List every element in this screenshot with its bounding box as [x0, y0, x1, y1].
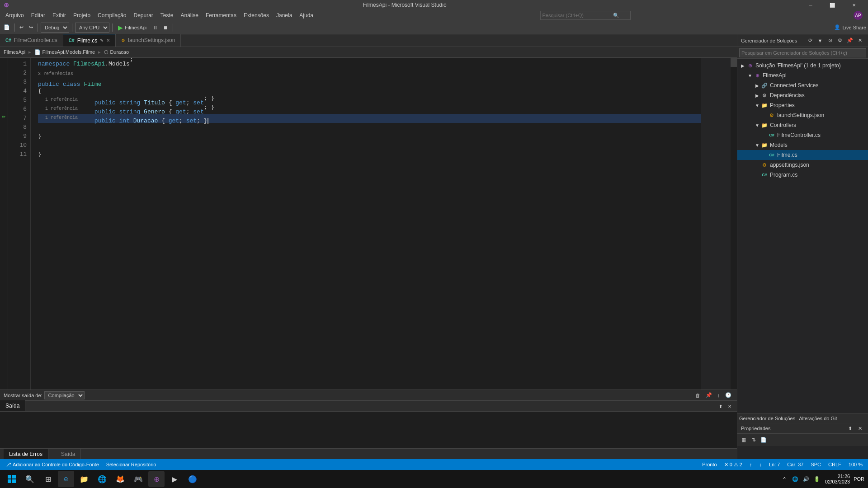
tree-appsettings[interactable]: ▶ ⚙ appsettings.json [737, 160, 868, 170]
menu-compilacao[interactable]: Compilação [94, 10, 130, 21]
gutter-line-1[interactable] [0, 58, 7, 67]
status-encoding[interactable]: CRLF [826, 462, 843, 467]
live-share-label[interactable]: Live Share [842, 25, 866, 30]
vs-taskbar-btn[interactable]: ⊕ [148, 471, 165, 487]
tree-filmecontroller[interactable]: ▶ C# FilmeController.cs [737, 130, 868, 140]
start-button[interactable] [4, 471, 20, 487]
tab-lista-erros[interactable]: Lista de Erros [4, 449, 48, 460]
se-tab-gerenciador[interactable]: Gerenciador de Soluções [739, 416, 795, 421]
output-pin-btn[interactable]: 📌 [704, 390, 714, 400]
menu-editar[interactable]: Editar [28, 10, 49, 21]
gutter-line-10[interactable] [0, 139, 7, 148]
tab-saida-bottom[interactable]: Saída [56, 449, 81, 460]
tree-controllers[interactable]: ▼ 📁 Controllers [737, 120, 868, 130]
tree-solution[interactable]: ▶ ⊕ Solução 'FilmesApi' (1 de 1 projeto) [737, 61, 868, 70]
status-branch-btn[interactable]: Selecionar Repositório [104, 462, 158, 467]
terminal-btn[interactable]: ▶ [166, 471, 183, 487]
task-view-btn[interactable]: ⊞ [40, 471, 56, 487]
tree-dependencias[interactable]: ▶ ⚙ Dependências [737, 90, 868, 100]
status-nav-down[interactable]: ↓ [757, 462, 764, 467]
menu-arquivo[interactable]: Arquivo [2, 10, 28, 21]
output-clear-btn[interactable]: 🗑 [693, 390, 702, 400]
browser-btn-2[interactable]: 🔵 [184, 471, 201, 487]
tab-filmecs[interactable]: C# Filme.cs ✎ ✕ [63, 34, 116, 47]
toolbar-new[interactable]: 📄 [2, 23, 12, 33]
run-button[interactable]: ▶ FilmesApi [115, 23, 149, 32]
se-pin-btn[interactable]: 📌 [845, 36, 854, 45]
props-grid-btn[interactable]: ▦ [739, 436, 748, 445]
tray-arrow[interactable]: ^ [780, 474, 789, 483]
toolbar-redo[interactable]: ↪ [27, 23, 35, 33]
se-search-input[interactable] [739, 48, 866, 57]
gutter-line-2[interactable] [0, 67, 7, 76]
se-tab-git[interactable]: Alterações do Git [799, 416, 837, 421]
props-sort-btn[interactable]: ⇅ [749, 436, 758, 445]
search-taskbar-btn[interactable]: 🔍 [22, 471, 38, 487]
menu-janela[interactable]: Janela [273, 10, 296, 21]
tree-models[interactable]: ▼ 📁 Models [737, 140, 868, 150]
tree-launchsettings[interactable]: ▶ ⚙ launchSettings.json [737, 110, 868, 120]
menu-ferramentas[interactable]: Ferramentas [202, 10, 240, 21]
tree-connected-services[interactable]: ▶ 🔗 Connected Services [737, 80, 868, 90]
edge-btn[interactable]: e [58, 471, 74, 487]
status-nav-up[interactable]: ↑ [748, 462, 754, 467]
close-button[interactable]: ✕ [844, 0, 864, 10]
se-collapse-btn[interactable]: ▼ [816, 36, 825, 45]
cpu-select[interactable]: Any CPU [75, 23, 109, 33]
gutter-line-9[interactable] [0, 130, 7, 139]
se-close-btn[interactable]: ✕ [855, 36, 864, 45]
status-space[interactable]: SPC [809, 462, 823, 467]
props-page-btn[interactable]: 📄 [759, 436, 768, 445]
tree-programcs[interactable]: ▶ C# Program.cs [737, 170, 868, 180]
menu-extensoes[interactable]: Extensões [240, 10, 273, 21]
tray-battery[interactable]: 🔋 [812, 474, 821, 483]
props-float-btn[interactable]: ⬆ [845, 424, 854, 433]
gutter-line-5[interactable] [0, 94, 7, 103]
toolbar-undo[interactable]: ↩ [18, 23, 25, 33]
output-wrap-btn[interactable]: ↕ [716, 390, 722, 400]
gutter-line-7[interactable]: ✏ [0, 112, 7, 121]
menu-analise[interactable]: Análise [177, 10, 202, 21]
gutter-line-4[interactable] [0, 85, 7, 94]
bottom-panel-float[interactable]: ⬆ [717, 401, 724, 411]
gutter-line-6[interactable] [0, 103, 7, 112]
gutter-line-11[interactable] [0, 148, 7, 157]
toolbar-pause[interactable]: ⏸ [151, 23, 160, 33]
se-settings-btn[interactable]: ⚙ [835, 36, 844, 45]
minimize-button[interactable]: ─ [800, 0, 821, 10]
firefox-btn[interactable]: 🦊 [112, 471, 128, 487]
menu-exibir[interactable]: Exibir [49, 10, 70, 21]
user-avatar[interactable]: AP [854, 11, 863, 20]
tree-properties[interactable]: ▼ 📁 Properties [737, 100, 868, 110]
search-input[interactable] [541, 13, 613, 18]
tree-project-filmesapi[interactable]: ▼ ⊕ FilmesApi [737, 70, 868, 80]
clock[interactable]: 21:26 02/03/2023 [825, 474, 850, 484]
tray-volume[interactable]: 🔊 [802, 474, 811, 483]
taskbar-icon-6[interactable]: 🎮 [130, 471, 146, 487]
status-git-btn[interactable]: ⎇ Adicionar ao Controle do Código-Fonte [4, 462, 101, 468]
status-errors[interactable]: ✕ 0 ⚠ 2 [722, 462, 744, 468]
code-content[interactable]: namespace FilmesApi.Models; 3 referência… [31, 58, 701, 389]
tree-filmecs[interactable]: ▶ C# Filme.cs [737, 150, 868, 160]
language-indicator[interactable]: POR [854, 476, 864, 482]
gutter-line-3[interactable] [0, 76, 7, 85]
se-filter-btn[interactable]: ⊙ [826, 36, 835, 45]
tab-close-filmecs[interactable]: ✕ [106, 38, 110, 43]
menu-ajuda[interactable]: Ajuda [296, 10, 317, 21]
output-source-select[interactable]: Compilação [44, 391, 85, 399]
status-zoom[interactable]: 100 % [847, 462, 864, 467]
status-ready[interactable]: Pronto [700, 462, 718, 467]
tab-saida[interactable]: Saída [0, 400, 25, 411]
menu-depurar[interactable]: Depurar [130, 10, 156, 21]
tab-launchsettings[interactable]: ⚙ launchSettings.json [116, 34, 181, 47]
tray-network[interactable]: 🌐 [791, 474, 800, 483]
chrome-btn[interactable]: 🌐 [94, 471, 110, 487]
gutter-line-8[interactable] [0, 121, 7, 130]
toolbar-stop[interactable]: ⏹ [161, 23, 170, 33]
output-clock-btn[interactable]: 🕐 [723, 390, 733, 400]
bottom-panel-close[interactable]: ✕ [726, 401, 733, 411]
debug-mode-select[interactable]: Debug [41, 23, 69, 33]
se-sync-btn[interactable]: ⟳ [806, 36, 815, 45]
explorer-btn[interactable]: 📁 [76, 471, 92, 487]
menu-teste[interactable]: Teste [157, 10, 177, 21]
